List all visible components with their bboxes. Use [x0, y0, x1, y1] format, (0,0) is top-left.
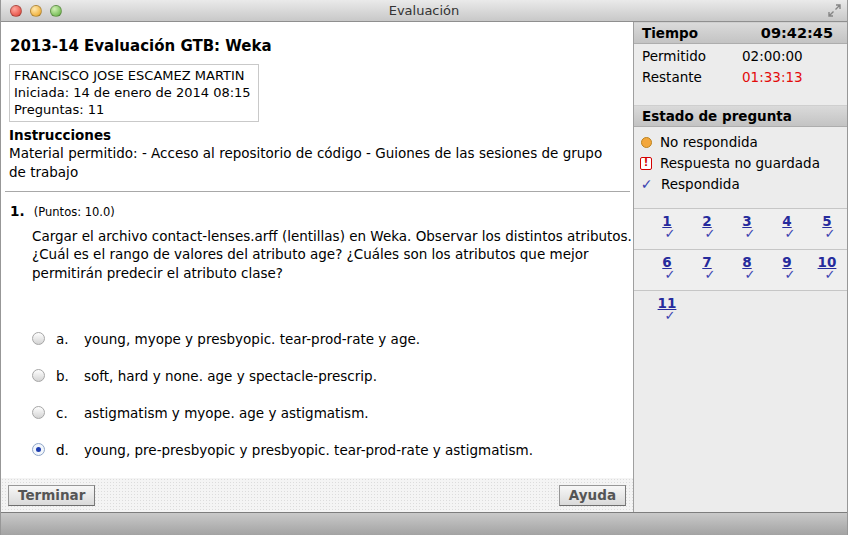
zoom-window-icon[interactable]: [50, 5, 62, 17]
student-name: FRANCISCO JOSE ESCAMEZ MARTIN: [14, 67, 251, 84]
status-legend: No respondida!Respuesta no guardada✓Resp…: [634, 127, 847, 200]
option-text: young, pre-presbyopic y presbyopic. tear…: [84, 442, 533, 458]
finish-button[interactable]: Terminar: [8, 485, 95, 506]
circle-orange-icon: [641, 137, 652, 148]
window-title: Evaluación: [389, 3, 460, 18]
divider: [5, 191, 630, 192]
qnav-cell-6: 6✓: [647, 254, 687, 289]
option-text: young, myope y presbyopic. tear-prod-rat…: [84, 331, 420, 347]
allowed-time-value: 02:00:00: [742, 48, 803, 64]
option-letter: c.: [56, 405, 84, 421]
question-status-heading: Estado de pregunta: [642, 108, 792, 124]
answered-check-icon: ✓: [650, 267, 690, 282]
legend-label: No respondida: [660, 134, 758, 150]
quiz-start-time: Iniciada: 14 de enero de 2014 08:15: [14, 84, 251, 101]
qnav-cell-7: 7✓: [687, 254, 727, 289]
answered-check-icon: ✓: [650, 226, 690, 241]
current-time: 09:42:45: [761, 25, 833, 41]
radio-button[interactable]: [32, 369, 45, 382]
qnav-row: 1✓2✓3✓4✓5✓: [634, 208, 847, 249]
time-heading: Tiempo: [642, 25, 698, 41]
option-letter: b.: [56, 368, 84, 384]
answer-option-d[interactable]: d.young, pre-presbyopic y presbyopic. te…: [32, 442, 633, 458]
legend-item: ✓Respondida: [634, 173, 847, 194]
qnav-row: 11✓: [634, 290, 847, 331]
remaining-time-row: Restante 01:33:13: [634, 65, 847, 86]
allowed-time-row: Permitido 02:00:00: [634, 44, 847, 65]
answered-check-icon: ✓: [730, 267, 770, 282]
page-title: 2013-14 Evaluación GTB: Weka: [10, 37, 633, 55]
answered-check-icon: ✓: [810, 226, 848, 241]
qnav-cell-2: 2✓: [687, 213, 727, 248]
quiz-main-pane: 2013-14 Evaluación GTB: Weka FRANCISCO J…: [1, 22, 633, 512]
time-header: Tiempo 09:42:45: [634, 22, 847, 44]
answer-option-a[interactable]: a.young, myope y presbyopic. tear-prod-r…: [32, 331, 633, 347]
question-number: 1.: [10, 203, 25, 219]
spacer: [634, 86, 847, 105]
footer-toolbar: Terminar Ayuda: [1, 478, 633, 512]
answered-check-icon: ✓: [730, 226, 770, 241]
radio-button[interactable]: [32, 332, 45, 345]
question-header: 1. (Puntos: 10.0): [10, 203, 633, 219]
answer-option-c[interactable]: c.astigmatism y myope. age y astigmatism…: [32, 405, 633, 421]
legend-item: !Respuesta no guardada: [634, 152, 847, 173]
radio-button[interactable]: [32, 443, 45, 456]
qnav-cell-1: 1✓: [647, 213, 687, 248]
traffic-lights: [10, 5, 62, 17]
qnav-cell-5: 5✓: [807, 213, 847, 248]
qnav-cell-3: 3✓: [727, 213, 767, 248]
legend-item: No respondida: [634, 131, 847, 152]
window-bottom-bar: [1, 512, 847, 535]
radio-button[interactable]: [32, 406, 45, 419]
status-sidebar: Tiempo 09:42:45 Permitido 02:00:00 Resta…: [633, 22, 847, 512]
window-content: 2013-14 Evaluación GTB: Weka FRANCISCO J…: [1, 22, 847, 512]
answered-check-icon: ✓: [770, 226, 810, 241]
title-bar[interactable]: Evaluación: [1, 0, 847, 22]
qnav-cell-10: 10✓: [807, 254, 847, 289]
qnav-cell-4: 4✓: [767, 213, 807, 248]
option-text: soft, hard y none. age y spectacle-presc…: [84, 368, 377, 384]
question-text: Cargar el archivo contact-lenses.arff (l…: [32, 227, 632, 282]
qnav-row: 6✓7✓8✓9✓10✓: [634, 249, 847, 290]
remaining-time-value: 01:33:13: [742, 69, 803, 85]
qnav-cell-11: 11✓: [647, 295, 687, 330]
question-points: (Puntos: 10.0): [34, 205, 115, 219]
answered-check-icon: ✓: [690, 226, 730, 241]
answered-check-icon: ✓: [770, 267, 810, 282]
question-count: Preguntas: 11: [14, 101, 251, 118]
answered-check-icon: ✓: [810, 267, 848, 282]
resize-arrows-icon[interactable]: [828, 4, 841, 17]
minimize-icon[interactable]: [30, 5, 42, 17]
close-icon[interactable]: [10, 5, 22, 17]
qnav-cell-8: 8✓: [727, 254, 767, 289]
student-info-box: FRANCISCO JOSE ESCAMEZ MARTIN Iniciada: …: [9, 64, 259, 122]
instructions-body: Material permitido: - Acceso al reposito…: [9, 144, 614, 180]
qnav-cell-9: 9✓: [767, 254, 807, 289]
help-button[interactable]: Ayuda: [559, 485, 626, 506]
question-navigation: 1✓2✓3✓4✓5✓6✓7✓8✓9✓10✓11✓: [634, 208, 847, 331]
answered-check-icon: ✓: [690, 267, 730, 282]
remaining-time-label: Restante: [642, 69, 742, 85]
answer-option-b[interactable]: b.soft, hard y none. age y spectacle-pre…: [32, 368, 633, 384]
option-letter: d.: [56, 442, 84, 458]
exclamation-red-icon: !: [640, 157, 652, 170]
legend-label: Respondida: [661, 176, 740, 192]
allowed-time-label: Permitido: [642, 48, 742, 64]
evaluation-window: Evaluación 2013-14 Evaluación GTB: Weka …: [0, 0, 848, 535]
instructions-heading: Instrucciones: [9, 127, 633, 143]
question-status-header: Estado de pregunta: [634, 105, 847, 127]
check-blue-icon: ✓: [640, 176, 653, 192]
option-text: astigmatism y myope. age y astigmatism.: [84, 405, 369, 421]
option-letter: a.: [56, 331, 84, 347]
options-list: a.young, myope y presbyopic. tear-prod-r…: [1, 331, 633, 458]
legend-label: Respuesta no guardada: [660, 155, 820, 171]
answered-check-icon: ✓: [650, 308, 690, 323]
